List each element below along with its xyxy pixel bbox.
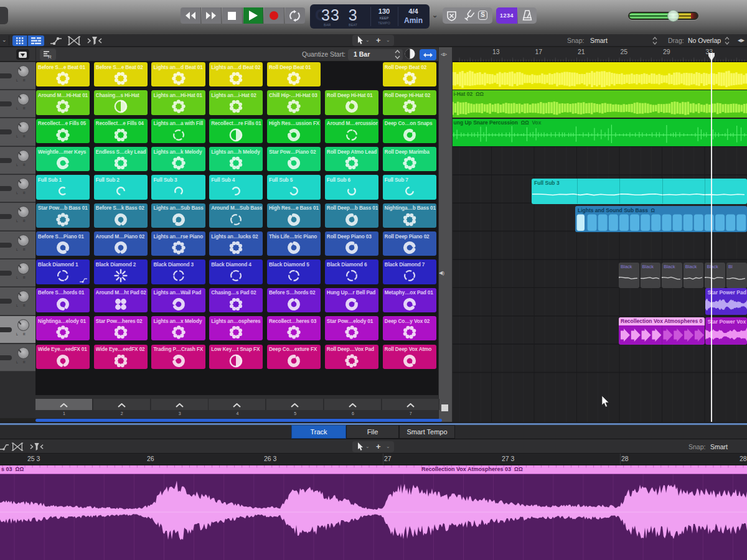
svg-text:R: R: [48, 54, 52, 59]
